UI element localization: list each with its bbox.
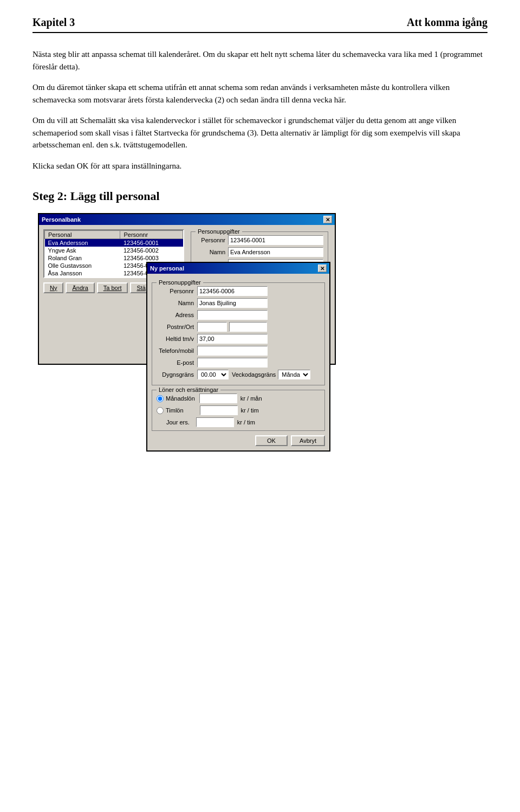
ny-personal-titlebar[interactable]: Ny personal ✕ [147,263,329,274]
ny-personal-title: Ny personal [150,265,184,272]
ny-telefon-input[interactable] [197,346,268,356]
cell-personnr: 123456-0001 [120,239,183,247]
timlon-radio[interactable] [157,407,164,414]
chapter-title: Kapitel 3 [32,16,75,29]
ok-button[interactable]: OK [255,435,288,446]
ny-dygnsgrans-dropdown[interactable]: 00.00 [197,370,229,379]
ny-telefon-label: Telefon/mobil [157,347,197,354]
personalbank-titlebar[interactable]: Personalbank ✕ [39,214,335,225]
ny-epost-label: E-post [157,359,197,366]
personuppgifter-label: Personuppgifter [196,228,242,235]
timlon-input[interactable] [200,405,238,415]
ny-ort-input[interactable] [229,322,267,332]
ny-veckodags-dropdown[interactable]: Måndag [278,370,310,379]
col-personal: Personal [45,231,120,239]
manadsilon-input[interactable] [199,394,237,403]
ny-veckodags-label: Veckodagsgräns [232,371,276,378]
ny-postnr-row: Postnr/Ort [157,322,320,332]
titlebar-buttons: ✕ [323,216,332,223]
ny-heltid-label: Heltid tm/v [157,336,197,342]
ny-personal-dialog: Ny personal ✕ Personuppgifter Personnr N… [146,262,330,452]
ny-namn-input[interactable] [197,298,268,308]
table-row[interactable]: Yngve Ask123456-0002 [45,247,183,254]
ny-personnr-row: Personnr [157,286,320,296]
section-title: Att komma igång [407,16,487,29]
ny-personal-content: Personuppgifter Personnr Namn Adress Pos… [147,274,329,450]
page-header: Kapitel 3 Att komma igång [32,16,487,33]
personnr-row: Personnr [196,235,323,245]
paragraph-1: Nästa steg blir att anpassa schemat till… [32,48,487,73]
namn-label: Namn [196,249,228,255]
ny-postnr-input[interactable] [197,322,227,332]
ny-adress-input[interactable] [197,310,268,320]
ny-epost-row: E-post [157,358,320,368]
ny-adress-row: Adress [157,310,320,320]
ny-personnr-input[interactable] [197,286,268,296]
personnr-input[interactable] [228,235,323,245]
cell-personnr: 123456-0003 [120,254,183,262]
ny-telefon-row: Telefon/mobil [157,346,320,356]
andra-button[interactable]: Ändra [66,282,94,293]
ny-personuppgifter-groupbox: Personuppgifter Personnr Namn Adress Pos… [152,282,325,385]
ny-personnr-label: Personnr [157,288,197,294]
cell-name: Roland Gran [45,254,120,262]
table-row[interactable]: Roland Gran123456-0003 [45,254,183,262]
close-button[interactable]: ✕ [323,216,332,223]
ny-personuppgifter-label: Personuppgifter [157,279,203,286]
personalbank-title: Personalbank [42,216,81,223]
ny-button[interactable]: Ny [43,282,63,293]
personnr-label: Personnr [196,237,228,243]
timlon-label: Timlön [166,407,184,414]
namn-input[interactable] [228,247,323,257]
ny-heltid-input[interactable] [197,334,268,344]
manadsilon-label: Månadslön [166,395,195,402]
paragraph-4: Klicka sedan OK för att spara inställnin… [32,160,487,172]
ny-postnr-label: Postnr/Ort [157,324,197,330]
loner-ersattningar-label: Löner och ersättningar [157,386,220,393]
jour-ersattning-row: Jour ers. kr / tim [157,417,320,427]
ny-dygnsgrans-label: Dygnsgräns [157,371,197,378]
cell-name: Yngve Ask [45,247,120,254]
ny-heltid-row: Heltid tm/v [157,334,320,344]
namn-row: Namn [196,247,323,257]
cell-name: Olle Gustavsson [45,262,120,269]
jour-ers-label: Jour ers. [166,419,190,426]
timlon-unit: kr / tim [241,407,259,414]
cell-name: Eva Andersson [45,239,120,247]
manadsilon-unit: kr / mån [240,395,262,402]
ny-adress-label: Adress [157,312,197,318]
col-personnr: Personnr [120,231,183,239]
ny-personal-titlebar-buttons: ✕ [318,265,327,272]
section-heading: Steg 2: Lägg till personal [32,189,487,203]
cell-personnr: 123456-0002 [120,247,183,254]
timlon-row: Timlön kr / tim [157,405,320,415]
manadsilon-row: Månadslön kr / mån [157,394,320,403]
ny-namn-label: Namn [157,300,197,306]
dialogs-container: Personalbank ✕ Personal Personnr [38,213,482,365]
paragraph-2: Om du däremot tänker skapa ett schema ut… [32,81,487,106]
cell-name: Åsa Jansson [45,269,120,277]
table-row[interactable]: Eva Andersson123456-0001 [45,239,183,247]
ny-dygnsgrans-row: Dygnsgräns 00.00 Veckodagsgräns Måndag [157,370,320,379]
ta-bort-button[interactable]: Ta bort [97,282,128,293]
manadsilon-radio[interactable] [157,395,164,402]
loner-ersattningar-groupbox: Löner och ersättningar Månadslön kr / må… [152,390,325,431]
ny-namn-row: Namn [157,298,320,308]
table-header-row: Personal Personnr [45,231,183,239]
paragraph-3: Om du vill att Schemalätt ska visa kalen… [32,114,487,151]
ny-personal-dialog-buttons: OK Avbryt [152,435,325,446]
ny-epost-input[interactable] [197,358,268,368]
ny-personal-close-button[interactable]: ✕ [318,265,327,272]
jour-ers-input[interactable] [196,417,234,427]
jour-ers-unit: kr / tim [237,419,255,426]
avbryt-button[interactable]: Avbryt [291,435,325,446]
